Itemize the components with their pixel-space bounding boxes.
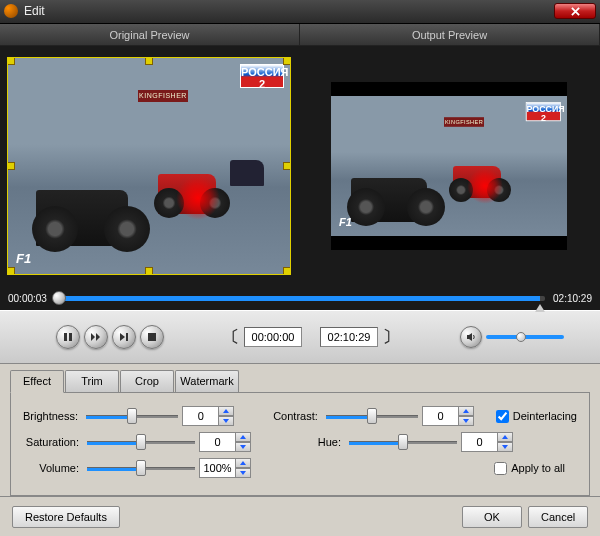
timeline: 00:00:03 02:10:29	[0, 286, 600, 310]
crop-handle[interactable]	[283, 162, 291, 170]
wheel-icon	[32, 206, 78, 252]
crop-handle[interactable]	[7, 162, 15, 170]
time-current: 00:00:03	[8, 293, 47, 304]
fast-forward-button[interactable]	[84, 325, 108, 349]
f1-logo: F1	[339, 216, 352, 228]
slider-thumb[interactable]	[136, 434, 146, 450]
spin-up-button[interactable]	[235, 458, 251, 468]
crop-frame[interactable]: KINGFISHER РОССИЯ2 F1	[7, 57, 291, 275]
slider-thumb[interactable]	[398, 434, 408, 450]
output-preview-pane: KINGFISHER РОССИЯ2 F1	[298, 46, 600, 287]
close-icon	[571, 7, 580, 16]
speaker-icon	[466, 332, 476, 342]
crop-handle[interactable]	[283, 57, 291, 65]
ok-button[interactable]: OK	[462, 506, 522, 528]
tab-trim[interactable]: Trim	[65, 370, 119, 392]
volume-button[interactable]	[460, 326, 482, 348]
brightness-label: Brightness:	[23, 410, 82, 422]
spin-up-button[interactable]	[458, 406, 474, 416]
set-in-point-button[interactable]: 〔	[222, 326, 240, 348]
output-video: KINGFISHER РОССИЯ2 F1	[331, 96, 567, 236]
tab-effect[interactable]: Effect	[10, 370, 64, 393]
slider-thumb[interactable]	[367, 408, 377, 424]
app-icon	[4, 4, 18, 18]
crop-handle[interactable]	[145, 57, 153, 65]
next-frame-button[interactable]	[112, 325, 136, 349]
saturation-input[interactable]	[199, 432, 235, 452]
crop-handle[interactable]	[7, 57, 15, 65]
trim-end-field[interactable]: 02:10:29	[320, 327, 378, 347]
tab-watermark[interactable]: Watermark	[175, 370, 239, 392]
original-preview-header: Original Preview	[0, 24, 300, 46]
stop-button[interactable]	[140, 325, 164, 349]
deinterlacing-input[interactable]	[496, 410, 509, 423]
spin-up-button[interactable]	[497, 432, 513, 442]
svg-rect-3	[148, 333, 156, 341]
brightness-spinner[interactable]	[182, 406, 234, 426]
slider-thumb[interactable]	[136, 460, 146, 476]
hue-label: Hue:	[295, 436, 345, 448]
contrast-slider[interactable]	[326, 408, 418, 424]
output-preview-header: Output Preview	[300, 24, 600, 46]
pause-button[interactable]	[56, 325, 80, 349]
volume-spinner[interactable]	[199, 458, 251, 478]
contrast-spinner[interactable]	[422, 406, 474, 426]
time-total: 02:10:29	[553, 293, 592, 304]
hue-input[interactable]	[461, 432, 497, 452]
crop-handle[interactable]	[145, 267, 153, 275]
svg-rect-1	[69, 333, 72, 341]
apply-to-all-input[interactable]	[494, 462, 507, 475]
row-volume: Volume: Apply to all	[23, 455, 577, 481]
trim-start-field[interactable]: 00:00:00	[244, 327, 302, 347]
transport-bar: 〔 00:00:00 02:10:29 〕	[0, 310, 600, 364]
cancel-button[interactable]: Cancel	[528, 506, 588, 528]
output-frame: KINGFISHER РОССИЯ2 F1	[331, 82, 567, 250]
close-button[interactable]	[554, 3, 596, 19]
brake-light-glow	[176, 176, 220, 220]
tab-crop[interactable]: Crop	[120, 370, 174, 392]
crop-handle[interactable]	[7, 267, 15, 275]
contrast-input[interactable]	[422, 406, 458, 426]
spin-down-button[interactable]	[497, 442, 513, 452]
broadcast-watermark: РОССИЯ2	[526, 102, 561, 121]
titlebar[interactable]: Edit	[0, 0, 600, 24]
spin-down-button[interactable]	[235, 468, 251, 478]
wheel-icon	[104, 206, 150, 252]
f1-logo: F1	[16, 251, 31, 266]
apply-to-all-checkbox[interactable]: Apply to all	[494, 462, 565, 475]
tabs-panel: Effect Trim Crop Watermark Brightness: C…	[0, 364, 600, 496]
volume-label: Volume:	[23, 462, 83, 474]
volume-slider[interactable]	[486, 335, 564, 339]
timeline-track-wrap[interactable]	[55, 286, 545, 310]
wheel-icon	[407, 188, 445, 226]
brake-light-glow	[467, 168, 503, 204]
hue-slider[interactable]	[349, 434, 457, 450]
crop-handle[interactable]	[283, 267, 291, 275]
preview-area: Original Preview Output Preview KINGFISH…	[0, 24, 600, 311]
volume-thumb[interactable]	[516, 332, 526, 342]
race-car-far	[230, 160, 264, 186]
saturation-slider[interactable]	[87, 434, 195, 450]
slider-thumb[interactable]	[127, 408, 137, 424]
volume-input[interactable]	[199, 458, 235, 478]
spin-down-button[interactable]	[218, 416, 234, 426]
restore-defaults-button[interactable]: Restore Defaults	[12, 506, 120, 528]
deinterlacing-checkbox[interactable]: Deinterlacing	[496, 410, 577, 423]
hue-spinner[interactable]	[461, 432, 513, 452]
brightness-input[interactable]	[182, 406, 218, 426]
spin-down-button[interactable]	[458, 416, 474, 426]
volume-slider-effect[interactable]	[87, 460, 195, 476]
saturation-spinner[interactable]	[199, 432, 251, 452]
set-out-point-button[interactable]: 〕	[382, 326, 400, 348]
brightness-slider[interactable]	[86, 408, 178, 424]
spin-up-button[interactable]	[235, 432, 251, 442]
preview-body: KINGFISHER РОССИЯ2 F1	[0, 46, 600, 287]
contrast-label: Contrast:	[273, 410, 322, 422]
range-end-marker[interactable]	[535, 304, 545, 312]
timeline-track[interactable]	[55, 296, 545, 301]
playhead-thumb[interactable]	[52, 291, 66, 305]
effect-tab-content: Brightness: Contrast: Deinterlacing Satu…	[10, 392, 590, 496]
track-sign: KINGFISHER	[138, 90, 188, 102]
spin-down-button[interactable]	[235, 442, 251, 452]
spin-up-button[interactable]	[218, 406, 234, 416]
